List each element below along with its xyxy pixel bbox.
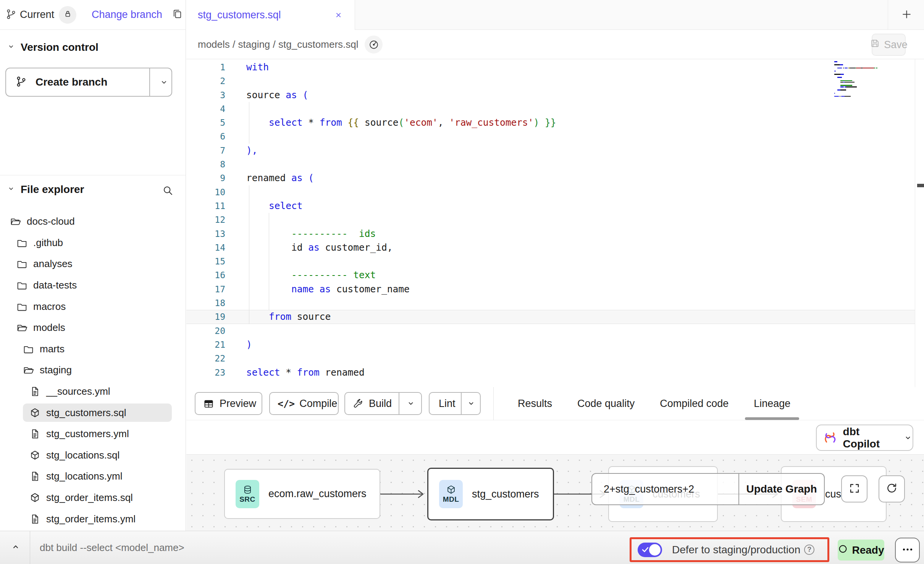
- line-number: 7: [186, 144, 225, 157]
- breadcrumb-row: models / staging / stg_customers.sql Sav…: [186, 30, 924, 59]
- defer-toggle[interactable]: [638, 543, 662, 557]
- file-item-stg-locations-yml[interactable]: stg_locations.yml: [0, 466, 186, 487]
- indent-guide: [249, 130, 249, 143]
- file-item--sources-yml[interactable]: __sources.yml: [0, 381, 186, 402]
- update-graph-button[interactable]: Update Graph: [739, 474, 824, 504]
- copilot-label: dbt Copilot: [843, 426, 897, 450]
- file-item-staging[interactable]: staging: [0, 360, 186, 381]
- lineage-selector-overlay: 2+stg_customers+2 Update Graph: [591, 473, 825, 505]
- code-text: ---------- text: [246, 268, 376, 282]
- editor-minimap[interactable]: [834, 61, 884, 97]
- file-explorer-header[interactable]: File explorer: [7, 183, 84, 196]
- code-line-6[interactable]: 6: [186, 130, 915, 143]
- collapse-panel-button[interactable]: [6, 531, 25, 564]
- preview-button[interactable]: Preview: [195, 392, 262, 415]
- file-item-macros[interactable]: macros: [0, 296, 186, 317]
- lineage-node-mdl1[interactable]: MDLstg_customers: [427, 468, 554, 520]
- indent-guide: [269, 296, 269, 310]
- copy-icon[interactable]: [171, 8, 183, 21]
- code-line-1[interactable]: 1with: [186, 60, 915, 74]
- code-line-4[interactable]: 4: [186, 102, 915, 116]
- build-button[interactable]: Build: [344, 392, 422, 415]
- change-branch-link[interactable]: Change branch: [92, 9, 162, 21]
- chevron-down-icon[interactable]: [461, 393, 481, 414]
- branch-lock-badge: [59, 6, 76, 24]
- create-branch-button[interactable]: Create branch: [5, 68, 172, 97]
- code-line-13[interactable]: 13 ---------- ids: [186, 227, 915, 241]
- code-line-14[interactable]: 14 id as customer_id,: [186, 241, 915, 254]
- lineage-gauge-icon[interactable]: [365, 36, 383, 53]
- save-button[interactable]: Save: [872, 34, 906, 56]
- file-item-stg-customers-yml[interactable]: stg_customers.yml: [0, 423, 186, 445]
- indent-guide: [249, 213, 249, 227]
- code-line-12[interactable]: 12: [186, 213, 915, 227]
- file-item-stg-order-items-yml[interactable]: stg_order_items.yml: [0, 508, 186, 530]
- chevron-down-icon[interactable]: [399, 393, 423, 414]
- code-line-7[interactable]: 7),: [186, 144, 915, 157]
- panel-tab-results[interactable]: Results: [505, 387, 565, 420]
- fullscreen-button[interactable]: [841, 475, 867, 502]
- compile-button[interactable]: </> Compile: [269, 392, 339, 415]
- chevron-down-icon[interactable]: [155, 78, 173, 87]
- tab-stg-customers-sql[interactable]: stg_customers.sql: [186, 0, 355, 30]
- help-icon[interactable]: ?: [804, 545, 814, 555]
- code-line-2[interactable]: 2: [186, 74, 915, 88]
- version-control-header[interactable]: Version control: [7, 41, 186, 53]
- code-editor[interactable]: 1with23source as (45 select * from {{ so…: [186, 59, 924, 387]
- file-item-label: data-tests: [33, 279, 77, 291]
- lineage-node-src[interactable]: SRCecom.raw_customers: [224, 469, 380, 519]
- dbt-copilot-button[interactable]: dbt Copilot: [816, 425, 913, 451]
- minimap-line: [834, 94, 884, 96]
- lineage-selector-input[interactable]: 2+stg_customers+2: [592, 474, 738, 504]
- line-number: 5: [186, 116, 225, 130]
- more-options-button[interactable]: [895, 538, 920, 562]
- table-icon: [203, 398, 214, 409]
- code-line-3[interactable]: 3source as (: [186, 88, 915, 102]
- lint-button[interactable]: Lint: [429, 392, 481, 415]
- code-line-9[interactable]: 9renamed as (: [186, 171, 915, 185]
- panel-tab-code-quality[interactable]: Code quality: [565, 387, 647, 420]
- refresh-button[interactable]: [879, 475, 905, 502]
- command-input[interactable]: [40, 531, 574, 564]
- code-line-20[interactable]: 20: [186, 324, 915, 338]
- file-item-docs-cloud[interactable]: docs-cloud: [0, 211, 186, 232]
- new-tab-button[interactable]: [893, 2, 919, 28]
- code-line-21[interactable]: 21): [186, 338, 915, 352]
- sidebar: Current Change branch Version control Cr…: [0, 0, 186, 531]
- node-badge-mdl: MDL: [439, 480, 463, 508]
- search-icon[interactable]: [162, 185, 173, 198]
- file-item-stg-order-items-sql[interactable]: stg_order_items.sql: [0, 487, 186, 509]
- scrollbar-handle[interactable]: [917, 184, 924, 187]
- code-line-11[interactable]: 11 select: [186, 199, 915, 213]
- file-item-stg-locations-sql[interactable]: stg_locations.sql: [0, 445, 186, 466]
- code-text: id as customer_id,: [246, 241, 393, 254]
- close-icon[interactable]: [334, 10, 343, 20]
- code-line-15[interactable]: 15: [186, 254, 915, 268]
- code-line-18[interactable]: 18: [186, 296, 915, 310]
- line-number: 17: [186, 282, 225, 296]
- code-line-23[interactable]: 23select * from renamed: [186, 366, 915, 379]
- code-line-5[interactable]: 5 select * from {{ source('ecom', 'raw_c…: [186, 116, 915, 130]
- status-ready-badge[interactable]: Ready: [838, 540, 884, 561]
- code-line-22[interactable]: 22: [186, 352, 915, 365]
- code-line-16[interactable]: 16 ---------- text: [186, 268, 915, 282]
- refresh-icon: [886, 482, 898, 496]
- code-line-17[interactable]: 17 name as customer_name: [186, 282, 915, 296]
- file-item--github[interactable]: .github: [0, 232, 186, 254]
- file-icon: [29, 428, 41, 440]
- code-line-8[interactable]: 8: [186, 157, 915, 171]
- file-item-stg-customers-sql[interactable]: stg_customers.sql: [0, 402, 186, 423]
- file-icon: [29, 513, 41, 525]
- file-item-models[interactable]: models: [0, 317, 186, 339]
- code-line-10[interactable]: 10: [186, 185, 915, 199]
- panel-tab-compiled-code[interactable]: Compiled code: [647, 387, 741, 420]
- editor-toolbar: Preview </> Compile Build Lint ResultsCo…: [186, 387, 924, 420]
- file-item-analyses[interactable]: analyses: [0, 253, 186, 275]
- lineage-canvas[interactable]: SRCecom.raw_customersMDLstg_customersMDL…: [186, 455, 924, 531]
- code-line-19[interactable]: 19 from source: [186, 310, 915, 324]
- code-text: ): [246, 338, 252, 352]
- file-item-data-tests[interactable]: data-tests: [0, 275, 186, 296]
- panel-tab-lineage[interactable]: Lineage: [741, 387, 803, 420]
- file-item-marts[interactable]: marts: [0, 339, 186, 360]
- folder-icon: [16, 300, 28, 313]
